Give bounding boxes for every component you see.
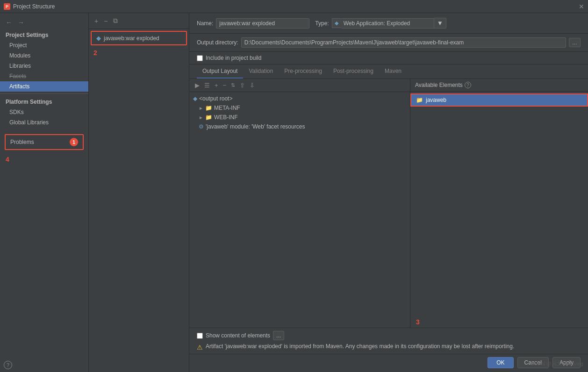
available-item-javaweb[interactable]: 📁 javaweb — [410, 93, 588, 107]
tab-maven[interactable]: Maven — [379, 64, 407, 79]
remove-artifact-button[interactable]: − — [102, 16, 109, 26]
sidebar-red-number-4: 4 — [0, 154, 88, 165]
output-root-icon: ◆ — [193, 95, 197, 102]
sidebar-item-global-libraries[interactable]: Global Libraries — [0, 117, 88, 128]
tree-toolbar: ▶ ☰ + − ⇅ ⇧ ⇩ — [189, 79, 410, 92]
available-red-number-3: 3 — [410, 316, 588, 328]
watermark: CSDN @风文·Studying — [531, 360, 583, 367]
bottom-area: Show content of elements ... ⚠ Artifact … — [189, 328, 588, 354]
type-label: Type: — [315, 20, 329, 27]
type-field-group: Type: ◆ ▼ — [315, 18, 446, 29]
tree-item-output-root[interactable]: ◆ <output root> — [189, 94, 410, 103]
output-tree-panel: ▶ ☰ + − ⇅ ⇧ ⇩ ◆ <output root> — [189, 79, 410, 328]
title-bar-text: Project Structure — [13, 3, 55, 10]
type-icon: ◆ — [332, 18, 341, 28]
available-elements-label: Available Elements — [415, 82, 463, 88]
artifacts-panel: + − ⧉ ◆ javaweb:war exploded 2 — [89, 13, 189, 372]
app-icon: P — [4, 3, 10, 10]
tab-output-layout[interactable]: Output Layout — [197, 64, 243, 79]
sidebar-nav: ← → Project Settings Project Modules Lib… — [0, 13, 88, 130]
tab-pre-processing[interactable]: Pre-processing — [279, 64, 328, 79]
tree-up-button[interactable]: ⇧ — [238, 81, 247, 90]
sidebar-item-artifacts[interactable]: Artifacts — [0, 81, 88, 92]
problems-badge: 1 — [70, 138, 78, 146]
artifact-item-javaweb[interactable]: ◆ javaweb:war exploded — [91, 31, 187, 45]
tree-item-javaweb-module[interactable]: ⚙ 'javaweb' module: 'Web' facet resource… — [189, 122, 410, 131]
forward-button[interactable]: → — [16, 18, 26, 27]
output-dir-row: Output directory: … — [189, 34, 588, 52]
dialog-buttons: OK Cancel Apply — [189, 354, 588, 372]
title-bar: P Project Structure ✕ — [0, 0, 588, 13]
name-field-group: Name: — [197, 18, 309, 29]
output-dir-label: Output directory: — [197, 39, 238, 46]
sidebar-divider — [0, 93, 88, 94]
artifacts-toolbar: + − ⧉ — [89, 13, 189, 29]
nav-toolbar: ← → — [0, 16, 88, 29]
sidebar-bottom: ? — [0, 358, 88, 372]
artifact-item-name: javaweb:war exploded — [104, 35, 159, 42]
available-elements-header: Available Elements ? — [410, 79, 588, 92]
problems-label: Problems — [10, 139, 34, 145]
tree-item-web-inf[interactable]: ► 📁 WEB-INF — [189, 113, 410, 122]
available-elements-help-icon[interactable]: ? — [465, 82, 471, 88]
tree-layout-button[interactable]: ☰ — [202, 81, 212, 90]
name-label: Name: — [197, 20, 213, 27]
sidebar: ← → Project Settings Project Modules Lib… — [0, 13, 89, 372]
tree-expand-button[interactable]: ▶ — [193, 81, 201, 90]
tab-post-processing[interactable]: Post-processing — [328, 64, 379, 79]
module-icon: ⚙ — [199, 123, 204, 130]
back-button[interactable]: ← — [4, 18, 14, 27]
include-build-checkbox[interactable] — [197, 55, 203, 61]
meta-inf-label: META-INF — [214, 105, 240, 111]
close-button[interactable]: ✕ — [579, 3, 584, 10]
tree-remove-button[interactable]: − — [221, 81, 229, 90]
sidebar-item-modules[interactable]: Modules — [0, 50, 88, 61]
show-content-dots-button[interactable]: ... — [273, 331, 284, 340]
artifact-type-icon: ◆ — [96, 35, 101, 42]
output-dir-browse-button[interactable]: … — [569, 38, 581, 47]
tree-item-meta-inf[interactable]: ► 📁 META-INF — [189, 103, 410, 113]
web-inf-expand-arrow[interactable]: ► — [199, 115, 203, 120]
available-elements-panel: Available Elements ? 📁 javaweb 3 — [410, 79, 588, 328]
add-artifact-button[interactable]: + — [93, 16, 100, 26]
javaweb-module-label: 'javaweb' module: 'Web' facet resources — [206, 123, 305, 130]
tab-validation[interactable]: Validation — [243, 64, 279, 79]
web-inf-folder-icon: 📁 — [205, 114, 212, 121]
output-dir-input[interactable] — [241, 37, 566, 48]
sidebar-item-libraries[interactable]: Libraries — [0, 61, 88, 71]
sidebar-item-project[interactable]: Project — [0, 40, 88, 50]
type-select-wrapper: ◆ ▼ — [332, 18, 446, 29]
ok-button[interactable]: OK — [488, 357, 513, 368]
platform-settings-header: Platform Settings — [0, 96, 88, 107]
warning-text: Artifact 'javaweb:war exploded' is impor… — [206, 343, 514, 350]
warning-row: ⚠ Artifact 'javaweb:war exploded' is imp… — [197, 343, 581, 351]
detail-header: Name: Type: ◆ ▼ — [189, 13, 588, 34]
output-root-label: <output root> — [199, 95, 232, 102]
sidebar-item-sdks[interactable]: SDKs — [0, 107, 88, 117]
show-content-row: Show content of elements ... — [197, 331, 581, 340]
copy-artifact-button[interactable]: ⧉ — [111, 16, 120, 26]
project-settings-header: Project Settings — [0, 29, 88, 40]
tree-sort-button[interactable]: ⇅ — [229, 81, 237, 89]
detail-panel: Name: Type: ◆ ▼ Output directory: … — [189, 13, 588, 372]
show-content-label: Show content of elements — [206, 332, 270, 339]
type-dropdown-button[interactable]: ▼ — [434, 18, 446, 29]
meta-inf-expand-arrow[interactable]: ► — [199, 106, 203, 111]
sidebar-item-facets[interactable]: Facets — [0, 71, 88, 81]
tree-down-button[interactable]: ⇩ — [248, 81, 257, 90]
split-content: ▶ ☰ + − ⇅ ⇧ ⇩ ◆ <output root> — [189, 79, 588, 328]
warning-icon: ⚠ — [197, 343, 203, 351]
tabs-bar: Output Layout Validation Pre-processing … — [189, 64, 588, 79]
include-build-row: Include in project build — [189, 52, 588, 64]
show-content-checkbox[interactable] — [197, 333, 203, 339]
available-item-label: javaweb — [426, 97, 446, 103]
help-button[interactable]: ? — [4, 361, 12, 369]
tree-add-button[interactable]: + — [213, 81, 220, 90]
artifact-red-number-2: 2 — [89, 47, 189, 58]
main-container: ← → Project Settings Project Modules Lib… — [0, 13, 588, 372]
type-select[interactable] — [341, 18, 434, 29]
name-input[interactable] — [216, 18, 309, 29]
problems-section[interactable]: Problems 1 — [5, 134, 84, 150]
available-content: 📁 javaweb — [410, 92, 588, 316]
available-folder-icon: 📁 — [416, 97, 423, 103]
